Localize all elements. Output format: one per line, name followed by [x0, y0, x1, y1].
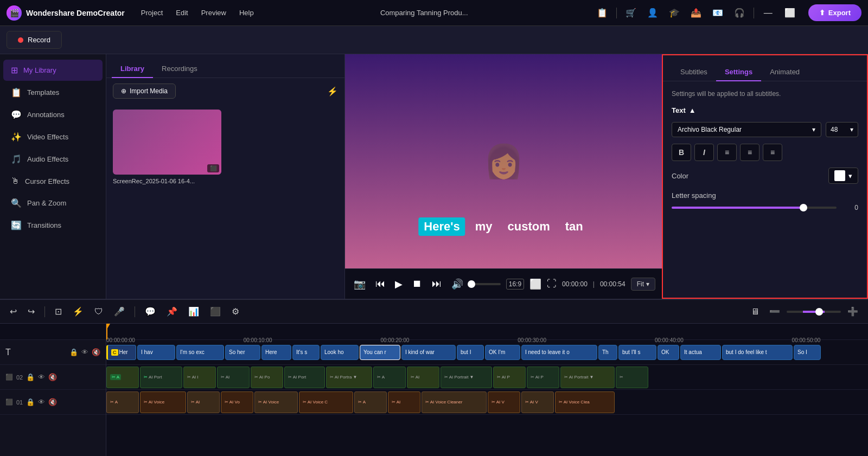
vid-clip-02-10[interactable]: ✂ AI P — [493, 367, 526, 388]
split-button[interactable]: ⚡ — [69, 304, 87, 319]
vid-clip-02-4[interactable]: ✂ AI Po — [251, 367, 283, 388]
settings-tl-button[interactable]: ⚙ — [228, 304, 242, 319]
letter-spacing-slider[interactable] — [672, 207, 837, 209]
mail-icon[interactable]: 📧 — [710, 5, 725, 21]
sub-clip-9[interactable]: but I — [457, 345, 484, 360]
minimize-icon[interactable]: — — [761, 5, 776, 21]
bold-button[interactable]: B — [672, 144, 691, 161]
next-button[interactable]: ⏭ — [430, 276, 444, 292]
sidebar-item-annotations[interactable]: 💬 Annotations — [3, 104, 103, 125]
mute-02-icon[interactable]: 🔇 — [48, 373, 57, 381]
sub-clip-10[interactable]: OK I'm — [485, 345, 520, 360]
vid-clip-01-2[interactable]: ✂ AI — [187, 391, 220, 413]
eye-icon[interactable]: 👁 — [81, 348, 88, 356]
sidebar-item-cursor-effects[interactable]: 🖱 Cursor Effects — [3, 171, 103, 191]
vid-clip-01-9[interactable]: ✂ AI V — [488, 391, 520, 413]
align-right-button[interactable]: ≡ — [763, 144, 782, 161]
sidebar-item-templates[interactable]: 📋 Templates — [3, 82, 103, 103]
comment-button[interactable]: 💬 — [142, 304, 159, 319]
layout-button[interactable]: ⬛ — [207, 304, 224, 319]
play-button[interactable]: ▶ — [393, 276, 405, 292]
mask-button[interactable]: 🛡 — [91, 305, 106, 319]
record-button[interactable]: Record — [7, 31, 62, 49]
sub-clip-14[interactable]: OK — [658, 345, 679, 360]
sidebar-item-pan-zoom[interactable]: 🔍 Pan & Zoom — [3, 192, 103, 214]
vid-clip-02-6[interactable]: ✂ AI Portra ▼ — [326, 367, 372, 388]
lock-01-icon[interactable]: 🔒 — [26, 398, 35, 406]
filter-icon[interactable]: ⚡ — [327, 86, 338, 97]
maximize-icon[interactable]: ⬜ — [782, 5, 797, 21]
italic-button[interactable]: I — [694, 144, 714, 161]
media-item[interactable]: ⬛ ScreenRec_2025-01-06 16-4... — [113, 110, 221, 184]
vid-clip-02-5[interactable]: ✂ AI Port — [284, 367, 325, 388]
volume-button[interactable]: 🔊 — [449, 276, 465, 292]
vid-clip-01-8[interactable]: ✂ AI Voice Cleaner — [422, 391, 487, 413]
sidebar-item-audio-effects[interactable]: 🎵 Audio Effects — [3, 149, 103, 170]
fullscreen-icon[interactable]: ⛶ — [547, 278, 557, 290]
color-swatch[interactable]: ▾ — [828, 168, 858, 184]
align-left-button[interactable]: ≡ — [717, 144, 737, 161]
sub-clip-4[interactable]: Here — [261, 345, 291, 360]
vid-clip-01-11[interactable]: ✂ AI Voice Clea — [555, 391, 615, 413]
stop-button[interactable]: ⏹ — [410, 276, 424, 292]
eye-02-icon[interactable]: 👁 — [38, 373, 45, 381]
nav-edit[interactable]: Edit — [176, 9, 188, 17]
screenshot-button[interactable]: 📷 — [352, 276, 368, 292]
clipboard-icon[interactable]: 📋 — [595, 5, 610, 21]
eye-01-icon[interactable]: 👁 — [38, 398, 45, 406]
vid-clip-02-last[interactable]: ✂ — [616, 367, 648, 388]
progress-bar[interactable] — [471, 283, 501, 285]
undo-button[interactable]: ↩ — [7, 304, 20, 319]
sub-clip-13[interactable]: but I'll s — [618, 345, 656, 360]
crop-tool-button[interactable]: ⊡ — [52, 304, 65, 319]
sidebar-item-video-effects[interactable]: ✨ Video Effects — [3, 126, 103, 147]
vid-clip-02-1[interactable]: ✂AI Port — [140, 367, 182, 388]
lock-02-icon[interactable]: 🔒 — [26, 373, 35, 381]
graduation-icon[interactable]: 🎓 — [667, 5, 682, 21]
track-button[interactable]: 📊 — [185, 304, 202, 319]
vid-clip-01-5[interactable]: ✂ AI Voice C — [299, 391, 353, 413]
cart-icon[interactable]: 🛒 — [623, 5, 639, 21]
vid-clip-02-12[interactable]: ✂ AI Portrait ▼ — [560, 367, 615, 388]
vid-clip-01-10[interactable]: ✂ AI V — [521, 391, 554, 413]
sub-clip-0[interactable]: CHer — [106, 345, 136, 360]
mute-01-icon[interactable]: 🔇 — [48, 398, 57, 406]
zoom-in-icon[interactable]: 🖥 — [748, 305, 763, 319]
vid-clip-02-8[interactable]: ✂ AI — [407, 367, 439, 388]
mute-icon[interactable]: 🔇 — [92, 348, 100, 356]
sub-clip-11[interactable]: I need to leave it o — [521, 345, 597, 360]
sub-clip-17[interactable]: So I — [794, 345, 821, 360]
tab-library[interactable]: Library — [112, 60, 153, 78]
redo-button[interactable]: ↪ — [24, 304, 38, 319]
vid-clip-01-0[interactable]: ✂ A — [106, 391, 139, 413]
vid-clip-02-2[interactable]: ✂ AI I — [183, 367, 216, 388]
sub-clip-1[interactable]: I hav — [137, 345, 175, 360]
zoom-in-button[interactable]: ➕ — [844, 304, 861, 319]
user-icon[interactable]: 👤 — [645, 5, 660, 21]
prev-button[interactable]: ⏮ — [373, 276, 387, 292]
vid-clip-02-11[interactable]: ✂ AI P — [527, 367, 559, 388]
vid-clip-01-1[interactable]: ✂ AI Voice — [140, 391, 186, 413]
sub-clip-15[interactable]: It actua — [680, 345, 721, 360]
sub-clip-12[interactable]: Th — [598, 345, 617, 360]
sub-clip-7[interactable]: You can r — [360, 345, 400, 360]
tab-recordings[interactable]: Recordings — [153, 60, 206, 78]
fit-button[interactable]: Fit ▾ — [631, 278, 655, 291]
sidebar-item-my-library[interactable]: ⊞ My Library — [3, 60, 103, 81]
vid-clip-02-9[interactable]: ✂ AI Portrait ▼ — [441, 367, 492, 388]
nav-project[interactable]: Project — [141, 9, 163, 17]
vid-clip-02-3[interactable]: ✂ AI — [217, 367, 250, 388]
marker-button[interactable]: 📌 — [163, 304, 181, 319]
sub-clip-5[interactable]: It's s — [292, 345, 320, 360]
sub-clip-3[interactable]: So her — [225, 345, 260, 360]
vid-clip-01-4[interactable]: ✂ AI Voice — [254, 391, 298, 413]
zoom-out-button[interactable]: ➖ — [766, 304, 783, 319]
speed-icon[interactable]: 16:9 — [506, 279, 524, 290]
crop-icon[interactable]: ⬜ — [529, 278, 541, 290]
import-media-button[interactable]: ⊕ Import Media — [113, 84, 176, 99]
vid-clip-02-0[interactable]: ✂ A — [106, 367, 139, 388]
tab-animated[interactable]: Animated — [761, 63, 808, 81]
export-button[interactable]: ⬆ Export — [808, 4, 861, 21]
vid-clip-01-6[interactable]: ✂ A — [354, 391, 387, 413]
tab-subtitles[interactable]: Subtitles — [672, 63, 716, 81]
